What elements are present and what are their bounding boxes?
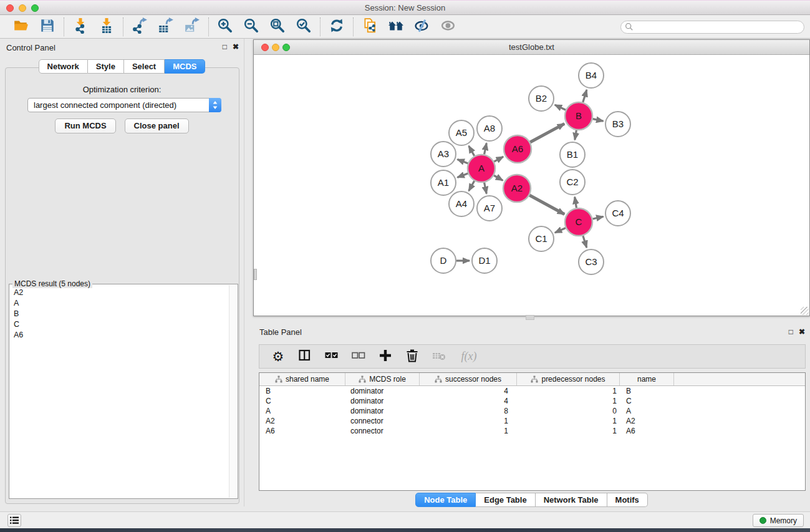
edge-A-A3[interactable]: [457, 159, 468, 163]
table-row[interactable]: A6connector11A6: [259, 426, 805, 436]
tab-network-table[interactable]: Network Table: [536, 493, 607, 507]
node-B4[interactable]: B4: [579, 63, 604, 88]
node-C3[interactable]: C3: [579, 249, 604, 274]
open-folder-button[interactable]: [12, 17, 31, 36]
table-close-icon[interactable]: ✖: [799, 327, 805, 336]
edge-A-A2[interactable]: [494, 175, 503, 180]
table-cell[interactable]: 1: [420, 426, 517, 436]
tab-node-table[interactable]: Node Table: [415, 493, 476, 507]
search-input[interactable]: [620, 21, 804, 34]
network-canvas[interactable]: B4B2BB3A5A8A6B1A3AC2A1A2A4A7C4CC1C3DD1: [254, 55, 809, 316]
table-cell[interactable]: 1: [517, 416, 620, 426]
close-window-button[interactable]: [6, 4, 14, 12]
float-panel-icon[interactable]: □: [223, 42, 227, 51]
import-table-button[interactable]: [97, 17, 116, 36]
gear-button[interactable]: ⚙: [270, 349, 286, 365]
node-B1[interactable]: B1: [560, 142, 585, 167]
edge-B-B4[interactable]: [583, 90, 587, 102]
node-C[interactable]: C: [565, 208, 592, 236]
node-D1[interactable]: D1: [472, 248, 497, 273]
table-cell[interactable]: C: [259, 396, 345, 406]
edge-A-A7[interactable]: [485, 183, 487, 194]
table-cell[interactable]: A2: [259, 416, 345, 426]
edge-B-B2[interactable]: [555, 105, 566, 110]
result-item[interactable]: A6: [10, 329, 228, 340]
edge-A-A8[interactable]: [485, 143, 487, 155]
memory-button[interactable]: Memory: [753, 514, 804, 527]
result-item[interactable]: A2: [10, 287, 228, 297]
canvas-side-grip[interactable]: [254, 269, 257, 280]
table-cell[interactable]: connector: [345, 426, 420, 436]
result-scrollbar[interactable]: [229, 285, 237, 498]
edge-A6-B[interactable]: [530, 123, 564, 142]
window-resize-grip[interactable]: [801, 307, 809, 315]
mcds-result-list[interactable]: A2ABCA6: [10, 287, 228, 497]
node-C4[interactable]: C4: [605, 201, 630, 226]
column-header-predecessor-nodes[interactable]: predecessor nodes: [517, 373, 620, 385]
result-item[interactable]: C: [10, 319, 228, 329]
network-minimize-button[interactable]: [272, 44, 279, 51]
result-item[interactable]: A: [10, 297, 228, 308]
save-session-button[interactable]: [38, 17, 57, 36]
table-cell[interactable]: A6: [620, 426, 674, 436]
tab-select[interactable]: Select: [124, 59, 165, 74]
table-cell[interactable]: B: [259, 386, 345, 396]
minimize-window-button[interactable]: [19, 4, 26, 12]
network-window-titlebar[interactable]: testGlobe.txt: [254, 40, 809, 55]
edge-C-C1[interactable]: [555, 228, 566, 233]
column-header-successor-nodes[interactable]: successor nodes: [420, 373, 517, 385]
network-close-button[interactable]: [261, 44, 269, 51]
zoom-window-button[interactable]: [31, 4, 39, 12]
table-row[interactable]: Cdominator41C: [259, 396, 805, 406]
table-row[interactable]: Adominator80A: [259, 406, 805, 416]
node-A6[interactable]: A6: [504, 135, 531, 163]
zoom-selected-button[interactable]: [294, 17, 313, 36]
split-pane-handle[interactable]: [526, 315, 534, 320]
network-graph[interactable]: B4B2BB3A5A8A6B1A3AC2A1A2A4A7C4CC1C3DD1: [254, 55, 809, 316]
node-A3[interactable]: A3: [431, 142, 456, 167]
node-D[interactable]: D: [431, 248, 456, 273]
table-cell[interactable]: 0: [517, 406, 620, 416]
columns-button[interactable]: [297, 349, 313, 365]
tab-motifs[interactable]: Motifs: [607, 493, 648, 507]
optimization-criterion-dropdown[interactable]: largest connected component (directed): [27, 98, 221, 112]
zoom-out-button[interactable]: [242, 17, 261, 36]
edge-C-C2[interactable]: [575, 197, 577, 208]
edge-A2-C[interactable]: [529, 195, 564, 215]
edge-C-C3[interactable]: [583, 236, 587, 248]
network-zoom-button[interactable]: [282, 44, 290, 51]
add-row-button[interactable]: [377, 349, 393, 365]
export-table-button[interactable]: [157, 17, 175, 36]
column-header-shared-name[interactable]: shared name: [259, 373, 345, 385]
node-A4[interactable]: A4: [449, 191, 474, 216]
node-B2[interactable]: B2: [529, 86, 554, 111]
table-cell[interactable]: A: [259, 406, 345, 416]
show-graphics-details-button[interactable]: [439, 17, 458, 36]
table-cell[interactable]: B: [620, 386, 674, 396]
task-history-button[interactable]: [7, 514, 21, 527]
table-cell[interactable]: connector: [345, 416, 420, 426]
clone-network-button[interactable]: [360, 17, 379, 36]
delete-row-button[interactable]: [404, 349, 420, 365]
table-float-icon[interactable]: □: [789, 327, 793, 336]
home-layout-button[interactable]: [387, 17, 405, 36]
table-row[interactable]: A2connector11A2: [259, 416, 805, 426]
node-A7[interactable]: A7: [477, 196, 502, 221]
table-cell[interactable]: 4: [420, 396, 517, 406]
edge-A-A5[interactable]: [469, 146, 475, 156]
table-cell[interactable]: dominator: [345, 406, 420, 416]
edge-C-C4[interactable]: [592, 216, 603, 219]
refresh-layout-button[interactable]: [327, 17, 346, 36]
column-header-name[interactable]: name: [620, 373, 674, 385]
node-A1[interactable]: A1: [431, 170, 456, 195]
table-cell[interactable]: A6: [259, 426, 345, 436]
edge-A-A1[interactable]: [457, 173, 468, 177]
zoom-in-button[interactable]: [216, 17, 234, 36]
table-cell[interactable]: 1: [420, 416, 517, 426]
node-A5[interactable]: A5: [449, 120, 474, 145]
result-item[interactable]: B: [10, 308, 228, 319]
tab-mcds[interactable]: MCDS: [165, 59, 205, 74]
table-cell[interactable]: 1: [517, 396, 620, 406]
node-A2[interactable]: A2: [503, 175, 531, 202]
tab-edge-table[interactable]: Edge Table: [476, 493, 535, 507]
